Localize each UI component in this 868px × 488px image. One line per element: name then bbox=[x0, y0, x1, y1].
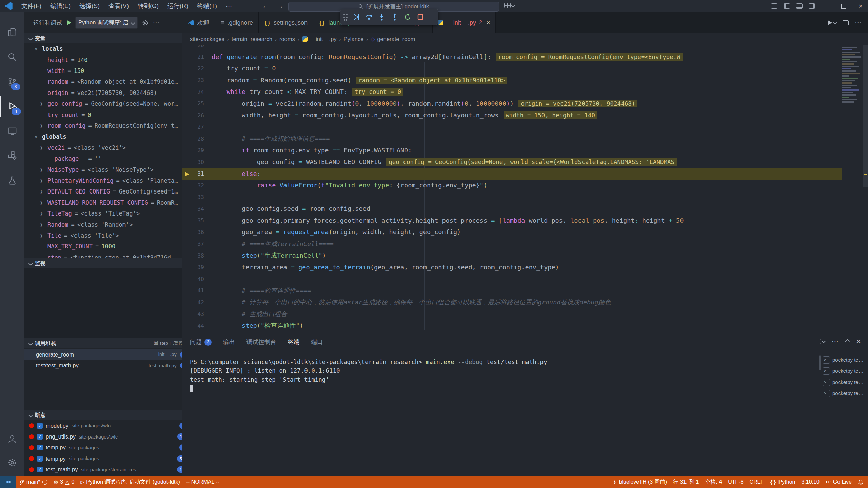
line-number[interactable]: 42 bbox=[182, 299, 212, 306]
code-line[interactable]: 27 bbox=[182, 121, 863, 133]
code-line[interactable]: 24 while try_count < MAX_TRY_COUNT:try_c… bbox=[182, 86, 863, 98]
source-control-icon[interactable]: 3 bbox=[0, 71, 24, 92]
step-over-button[interactable] bbox=[363, 11, 374, 23]
debug-session-item[interactable]: ▷ Python 调试程序: 启动文件 (godot-ldtk) bbox=[77, 476, 183, 488]
menu-item[interactable]: 编辑(E) bbox=[46, 0, 75, 12]
breadcrumb-item[interactable]: site-packages bbox=[190, 36, 224, 42]
code-line[interactable]: 20 bbox=[182, 45, 863, 51]
variables-section-header[interactable]: 变量 bbox=[24, 33, 182, 43]
variable-row[interactable]: __package__='' bbox=[24, 153, 182, 164]
vim-mode-item[interactable]: -- NORMAL -- bbox=[183, 476, 222, 488]
line-number[interactable]: 44 bbox=[182, 323, 212, 329]
menu-item[interactable]: 文件(F) bbox=[17, 0, 46, 12]
breakpoint-row[interactable]: ✓test_math.pysite-packages\terrain_res…1… bbox=[24, 464, 182, 475]
line-number[interactable]: 24 bbox=[182, 89, 212, 95]
breakpoint-row[interactable]: ✓temp.pysite-packages58 bbox=[24, 453, 182, 464]
line-number[interactable]: 38 bbox=[182, 252, 212, 259]
code-line[interactable]: 41 # ====检查连通性==== bbox=[182, 285, 863, 297]
line-number[interactable]: 34 bbox=[182, 206, 212, 212]
breakpoint-row[interactable]: ✓temp.pysite-packages1 bbox=[24, 442, 182, 453]
settings-icon[interactable] bbox=[0, 452, 24, 473]
menu-item[interactable]: 终端(T) bbox=[193, 0, 221, 12]
testing-icon[interactable] bbox=[0, 170, 24, 191]
close-icon[interactable]: × bbox=[487, 19, 490, 26]
encoding-item[interactable]: UTF-8 bbox=[725, 476, 746, 488]
variable-row[interactable]: ❯vec2i=<class 'vec2i'> bbox=[24, 142, 182, 153]
more-actions-icon[interactable]: ⋯ bbox=[153, 19, 160, 27]
code-line[interactable]: ▶31 else: bbox=[182, 168, 863, 180]
go-live-item[interactable]: Go Live bbox=[823, 476, 855, 488]
breakpoints-section-header[interactable]: 断点 bbox=[24, 410, 182, 420]
panel-tab-调试控制台[interactable]: 调试控制台 bbox=[246, 338, 276, 346]
code-line[interactable]: 44 step("检查连通性") bbox=[182, 320, 863, 332]
terminal-list-scrollbar[interactable] bbox=[819, 355, 821, 370]
nav-back-icon[interactable]: ← bbox=[259, 2, 273, 11]
panel-tab-端口[interactable]: 端口 bbox=[311, 338, 323, 346]
line-number[interactable]: 29 bbox=[182, 147, 212, 154]
nav-forward-icon[interactable]: → bbox=[273, 2, 287, 11]
code-line[interactable]: 33 bbox=[182, 191, 863, 203]
line-number[interactable]: 23 bbox=[182, 77, 212, 83]
line-number[interactable]: 20 bbox=[182, 45, 212, 48]
variable-row[interactable]: ❯Random=<class 'Random'> bbox=[24, 219, 182, 230]
extensions-icon[interactable] bbox=[0, 145, 24, 166]
code-line[interactable]: 32 raise ValueError(f"Invalid env type: … bbox=[182, 180, 863, 191]
drag-handle-icon[interactable] bbox=[343, 13, 348, 21]
code-line[interactable]: 23 random = Random(room_config.seed)rand… bbox=[182, 75, 863, 86]
line-number[interactable]: 33 bbox=[182, 194, 212, 200]
call-stack-section-header[interactable]: 调用堆栈 因 step 已暂停 bbox=[24, 338, 182, 348]
menu-item[interactable]: 选择(S) bbox=[75, 0, 104, 12]
terminal-instance[interactable]: >_pocketpy te… bbox=[823, 365, 866, 377]
git-blame-item[interactable]: blueloveTH (3 周前) bbox=[610, 476, 670, 488]
variable-row[interactable]: origin=vec2i(7205730, 9024468) bbox=[24, 87, 182, 98]
toggle-panel-icon[interactable] bbox=[796, 3, 803, 9]
tab-.gdignore[interactable]: ≣.gdignore bbox=[215, 12, 259, 33]
debug-config-dropdown[interactable]: Python 调试程序: 启 bbox=[75, 17, 138, 29]
terminal-output[interactable]: PS C:\computer_science\godot-ldtk\site-p… bbox=[190, 358, 547, 392]
variable-row[interactable]: ❯TileTag=<class 'TileTag'> bbox=[24, 208, 182, 219]
code-line[interactable]: 36 geo_area = request_area(origin, width… bbox=[182, 226, 863, 238]
minimize-button[interactable] bbox=[819, 0, 834, 12]
menu-item[interactable]: 转到(G) bbox=[133, 0, 163, 12]
line-number[interactable]: 26 bbox=[182, 112, 212, 119]
toggle-primary-sidebar-icon[interactable] bbox=[784, 3, 790, 9]
line-number[interactable]: 36 bbox=[182, 229, 212, 236]
remote-window-icon[interactable] bbox=[504, 3, 514, 8]
menu-item[interactable]: 查看(V) bbox=[104, 0, 133, 12]
stop-button[interactable] bbox=[415, 11, 426, 23]
line-number[interactable]: 37 bbox=[182, 241, 212, 247]
code-line[interactable]: 42 # 计算每一个出口的中心，然后使用astar生成路径，确保每一个出口组合都… bbox=[182, 297, 863, 308]
more-actions-icon[interactable]: ⋯ bbox=[832, 337, 839, 345]
menu-item[interactable]: ··· bbox=[221, 0, 236, 12]
checkbox-checked[interactable]: ✓ bbox=[37, 467, 43, 472]
breadcrumb-item[interactable]: terrain_research bbox=[232, 36, 272, 42]
remote-explorer-icon[interactable] bbox=[0, 121, 24, 142]
panel-tab-问题[interactable]: 问题3 bbox=[190, 338, 212, 346]
account-icon[interactable] bbox=[0, 428, 24, 449]
minimap[interactable] bbox=[842, 46, 863, 104]
split-terminal-button[interactable] bbox=[815, 339, 825, 344]
breadcrumb-item[interactable]: rooms bbox=[279, 36, 295, 42]
line-number[interactable]: 35 bbox=[182, 217, 212, 224]
search-icon[interactable] bbox=[0, 46, 24, 67]
remote-indicator[interactable]: >< bbox=[0, 476, 16, 488]
variable-row[interactable]: MAX_TRY_COUNT=1000 bbox=[24, 241, 182, 252]
checkbox-checked[interactable]: ✓ bbox=[37, 423, 43, 429]
indentation-item[interactable]: 空格: 4 bbox=[702, 476, 725, 488]
continue-button[interactable] bbox=[351, 11, 361, 23]
watch-section-header[interactable]: 监视 bbox=[24, 258, 182, 268]
breadcrumb-item[interactable]: ◇generate_room bbox=[371, 36, 415, 43]
breadcrumb-item[interactable]: Pylance bbox=[344, 36, 364, 42]
start-debug-icon[interactable] bbox=[67, 20, 71, 25]
checkbox-checked[interactable]: ✓ bbox=[37, 456, 43, 462]
code-line[interactable]: 21def generate_room(room_config: RoomReq… bbox=[182, 51, 863, 63]
breadcrumb-item[interactable]: __init__.py bbox=[302, 36, 337, 42]
code-line[interactable]: 38 step("生成TerrainCell") bbox=[182, 250, 863, 262]
gear-icon[interactable] bbox=[142, 19, 149, 26]
toggle-secondary-sidebar-icon[interactable] bbox=[809, 3, 815, 9]
code-line[interactable]: 43 # 生成出口组合 bbox=[182, 308, 863, 320]
variables-group-globals[interactable]: ∨globals bbox=[24, 131, 182, 142]
customize-layout-icon[interactable] bbox=[771, 3, 777, 9]
code-line[interactable]: 39 terrain_area = geo_area_to_terrain(ge… bbox=[182, 262, 863, 273]
code-line[interactable]: 37 # ====生成TerrainCell==== bbox=[182, 238, 863, 250]
